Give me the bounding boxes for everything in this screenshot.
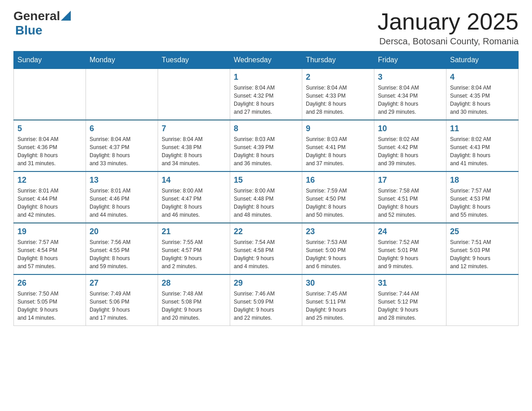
day-info: Sunrise: 8:03 AM Sunset: 4:39 PM Dayligh… xyxy=(234,135,298,167)
day-info: Sunrise: 7:52 AM Sunset: 5:01 PM Dayligh… xyxy=(378,238,442,270)
calendar-header-wednesday: Wednesday xyxy=(230,51,302,69)
day-number: 2 xyxy=(306,73,370,82)
day-number: 21 xyxy=(162,227,226,236)
day-info: Sunrise: 7:57 AM Sunset: 4:54 PM Dayligh… xyxy=(17,238,82,270)
calendar-cell: 24Sunrise: 7:52 AM Sunset: 5:01 PM Dayli… xyxy=(374,223,446,274)
calendar-cell: 26Sunrise: 7:50 AM Sunset: 5:05 PM Dayli… xyxy=(14,274,86,326)
day-info: Sunrise: 7:56 AM Sunset: 4:55 PM Dayligh… xyxy=(90,238,154,270)
day-number: 25 xyxy=(450,227,515,236)
day-info: Sunrise: 7:51 AM Sunset: 5:03 PM Dayligh… xyxy=(450,238,515,270)
calendar-cell: 15Sunrise: 8:00 AM Sunset: 4:48 PM Dayli… xyxy=(230,171,302,223)
day-number: 18 xyxy=(450,176,515,185)
day-number: 9 xyxy=(306,124,370,133)
day-number: 7 xyxy=(162,124,226,133)
day-info: Sunrise: 8:00 AM Sunset: 4:48 PM Dayligh… xyxy=(234,187,298,219)
day-info: Sunrise: 7:53 AM Sunset: 5:00 PM Dayligh… xyxy=(306,238,370,270)
day-info: Sunrise: 8:04 AM Sunset: 4:35 PM Dayligh… xyxy=(450,84,515,116)
day-number: 6 xyxy=(90,124,154,133)
day-info: Sunrise: 7:58 AM Sunset: 4:51 PM Dayligh… xyxy=(378,187,442,219)
calendar-cell: 22Sunrise: 7:54 AM Sunset: 4:58 PM Dayli… xyxy=(230,223,302,274)
day-info: Sunrise: 7:50 AM Sunset: 5:05 PM Dayligh… xyxy=(17,290,82,322)
calendar-cell: 20Sunrise: 7:56 AM Sunset: 4:55 PM Dayli… xyxy=(86,223,158,274)
day-info: Sunrise: 7:45 AM Sunset: 5:11 PM Dayligh… xyxy=(306,290,370,322)
day-info: Sunrise: 8:01 AM Sunset: 4:46 PM Dayligh… xyxy=(90,187,154,219)
day-info: Sunrise: 8:04 AM Sunset: 4:32 PM Dayligh… xyxy=(234,84,298,116)
calendar-cell: 9Sunrise: 8:03 AM Sunset: 4:41 PM Daylig… xyxy=(302,120,374,171)
day-info: Sunrise: 7:59 AM Sunset: 4:50 PM Dayligh… xyxy=(306,187,370,219)
svg-marker-0 xyxy=(61,11,71,21)
day-info: Sunrise: 8:03 AM Sunset: 4:41 PM Dayligh… xyxy=(306,135,370,167)
day-info: Sunrise: 8:02 AM Sunset: 4:42 PM Dayligh… xyxy=(378,135,442,167)
calendar-cell: 11Sunrise: 8:02 AM Sunset: 4:43 PM Dayli… xyxy=(446,120,519,171)
logo-general-text: General xyxy=(13,9,60,23)
day-number: 29 xyxy=(234,278,298,288)
day-number: 15 xyxy=(234,176,298,185)
calendar-cell: 5Sunrise: 8:04 AM Sunset: 4:36 PM Daylig… xyxy=(14,120,86,171)
calendar-cell: 29Sunrise: 7:46 AM Sunset: 5:09 PM Dayli… xyxy=(230,274,302,326)
day-number: 11 xyxy=(450,124,515,133)
day-info: Sunrise: 8:01 AM Sunset: 4:44 PM Dayligh… xyxy=(17,187,82,219)
calendar-header-saturday: Saturday xyxy=(446,51,519,69)
day-info: Sunrise: 8:00 AM Sunset: 4:47 PM Dayligh… xyxy=(162,187,226,219)
calendar-header-row: SundayMondayTuesdayWednesdayThursdayFrid… xyxy=(14,51,519,69)
day-info: Sunrise: 8:04 AM Sunset: 4:34 PM Dayligh… xyxy=(378,84,442,116)
calendar-cell xyxy=(86,69,158,120)
logo: General Blue xyxy=(13,9,71,38)
calendar-week-row: 26Sunrise: 7:50 AM Sunset: 5:05 PM Dayli… xyxy=(14,274,519,326)
calendar-cell: 8Sunrise: 8:03 AM Sunset: 4:39 PM Daylig… xyxy=(230,120,302,171)
calendar-week-row: 5Sunrise: 8:04 AM Sunset: 4:36 PM Daylig… xyxy=(14,120,519,171)
day-info: Sunrise: 8:04 AM Sunset: 4:37 PM Dayligh… xyxy=(90,135,154,167)
day-number: 28 xyxy=(162,278,226,288)
calendar-cell: 23Sunrise: 7:53 AM Sunset: 5:00 PM Dayli… xyxy=(302,223,374,274)
calendar-table: SundayMondayTuesdayWednesdayThursdayFrid… xyxy=(13,51,519,326)
day-number: 3 xyxy=(378,73,442,82)
calendar-cell: 18Sunrise: 7:57 AM Sunset: 4:53 PM Dayli… xyxy=(446,171,519,223)
day-number: 30 xyxy=(306,278,370,288)
calendar-header-monday: Monday xyxy=(86,51,158,69)
calendar-cell: 31Sunrise: 7:44 AM Sunset: 5:12 PM Dayli… xyxy=(374,274,446,326)
calendar-cell: 3Sunrise: 8:04 AM Sunset: 4:34 PM Daylig… xyxy=(374,69,446,120)
calendar-week-row: 19Sunrise: 7:57 AM Sunset: 4:54 PM Dayli… xyxy=(14,223,519,274)
day-number: 20 xyxy=(90,227,154,236)
calendar-cell: 1Sunrise: 8:04 AM Sunset: 4:32 PM Daylig… xyxy=(230,69,302,120)
calendar-cell xyxy=(14,69,86,120)
calendar-cell xyxy=(446,274,519,326)
calendar-cell: 7Sunrise: 8:04 AM Sunset: 4:38 PM Daylig… xyxy=(158,120,230,171)
page-header: General Blue January 2025 Dersca, Botosa… xyxy=(13,9,519,47)
title-section: January 2025 Dersca, Botosani County, Ro… xyxy=(378,9,519,47)
day-number: 27 xyxy=(90,278,154,288)
calendar-week-row: 12Sunrise: 8:01 AM Sunset: 4:44 PM Dayli… xyxy=(14,171,519,223)
calendar-header-tuesday: Tuesday xyxy=(158,51,230,69)
day-number: 23 xyxy=(306,227,370,236)
day-info: Sunrise: 7:57 AM Sunset: 4:53 PM Dayligh… xyxy=(450,187,515,219)
logo-triangle-icon xyxy=(61,11,71,21)
calendar-week-row: 1Sunrise: 8:04 AM Sunset: 4:32 PM Daylig… xyxy=(14,69,519,120)
day-number: 5 xyxy=(17,124,82,133)
calendar-cell: 6Sunrise: 8:04 AM Sunset: 4:37 PM Daylig… xyxy=(86,120,158,171)
calendar-cell: 17Sunrise: 7:58 AM Sunset: 4:51 PM Dayli… xyxy=(374,171,446,223)
calendar-cell: 25Sunrise: 7:51 AM Sunset: 5:03 PM Dayli… xyxy=(446,223,519,274)
calendar-cell: 27Sunrise: 7:49 AM Sunset: 5:06 PM Dayli… xyxy=(86,274,158,326)
day-number: 1 xyxy=(234,73,298,82)
calendar-cell xyxy=(158,69,230,120)
day-number: 22 xyxy=(234,227,298,236)
month-title: January 2025 xyxy=(378,9,519,34)
day-number: 8 xyxy=(234,124,298,133)
day-info: Sunrise: 7:48 AM Sunset: 5:08 PM Dayligh… xyxy=(162,290,226,322)
day-info: Sunrise: 7:44 AM Sunset: 5:12 PM Dayligh… xyxy=(378,290,442,322)
day-info: Sunrise: 8:04 AM Sunset: 4:36 PM Dayligh… xyxy=(17,135,82,167)
day-info: Sunrise: 7:54 AM Sunset: 4:58 PM Dayligh… xyxy=(234,238,298,270)
calendar-header-thursday: Thursday xyxy=(302,51,374,69)
calendar-cell: 19Sunrise: 7:57 AM Sunset: 4:54 PM Dayli… xyxy=(14,223,86,274)
day-number: 17 xyxy=(378,176,442,185)
calendar-cell: 16Sunrise: 7:59 AM Sunset: 4:50 PM Dayli… xyxy=(302,171,374,223)
day-info: Sunrise: 7:49 AM Sunset: 5:06 PM Dayligh… xyxy=(90,290,154,322)
calendar-cell: 4Sunrise: 8:04 AM Sunset: 4:35 PM Daylig… xyxy=(446,69,519,120)
day-info: Sunrise: 7:55 AM Sunset: 4:57 PM Dayligh… xyxy=(162,238,226,270)
calendar-cell: 10Sunrise: 8:02 AM Sunset: 4:42 PM Dayli… xyxy=(374,120,446,171)
day-number: 4 xyxy=(450,73,515,82)
calendar-cell: 30Sunrise: 7:45 AM Sunset: 5:11 PM Dayli… xyxy=(302,274,374,326)
location-title: Dersca, Botosani County, Romania xyxy=(378,36,519,47)
calendar-cell: 13Sunrise: 8:01 AM Sunset: 4:46 PM Dayli… xyxy=(86,171,158,223)
day-info: Sunrise: 8:02 AM Sunset: 4:43 PM Dayligh… xyxy=(450,135,515,167)
